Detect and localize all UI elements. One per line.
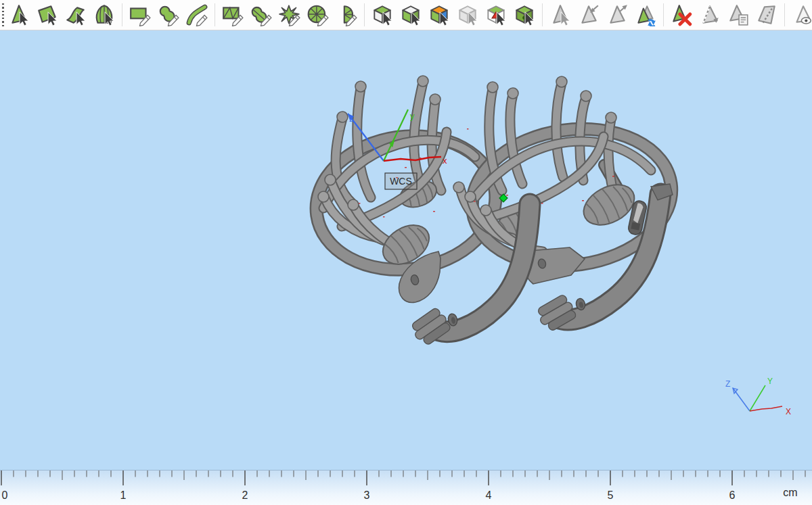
cad-application-window: » <box>0 0 812 505</box>
toolbar-separator <box>122 3 122 26</box>
svg-text:2: 2 <box>242 489 248 501</box>
svg-text:0: 0 <box>2 489 8 501</box>
toolbar-select-face-curved-button[interactable] <box>62 1 89 28</box>
toolbar-select-cube-ghost-button[interactable] <box>454 1 481 28</box>
mesh-triangle-swap-icon <box>634 3 657 26</box>
toolbar-mesh-triangle-extract-button[interactable] <box>604 1 631 28</box>
scale-ruler: 0123456cm <box>0 470 812 505</box>
mesh-select-circle-icon <box>307 3 330 26</box>
toolbar-grip-handle[interactable] <box>2 3 4 26</box>
ruler-canvas: 0123456cm <box>0 471 812 505</box>
toolbar-select-mesh-triangle-button[interactable] <box>547 1 574 28</box>
paint-select-rectangle-icon <box>129 3 152 26</box>
select-face-triangle-icon <box>7 3 30 26</box>
select-cube-solid-icon <box>513 3 536 26</box>
svg-text:6: 6 <box>729 489 736 501</box>
mesh-select-rectangle-icon <box>221 3 244 26</box>
svg-text:WCS: WCS <box>390 176 412 187</box>
paint-select-curve-icon <box>185 3 208 26</box>
toolbar-select-cube-multicolor-button[interactable] <box>426 1 453 28</box>
toolbar-select-face-shell-button[interactable] <box>91 1 118 28</box>
mesh-triangle-visibility-icon <box>791 3 812 26</box>
triad-z-label: Z <box>725 379 730 389</box>
toolbar-mesh-select-rectangle-button[interactable] <box>219 1 246 28</box>
toolbar-mesh-select-freeform-button[interactable] <box>248 1 275 28</box>
mesh-triangle-delete-icon <box>670 3 693 26</box>
select-face-quad-icon <box>36 3 59 26</box>
svg-text:1: 1 <box>120 489 127 501</box>
toolbar-mesh-quad-stitch-button[interactable] <box>753 1 780 28</box>
mesh-triangle-insert-icon <box>577 3 600 26</box>
mesh-select-star-icon <box>278 3 301 26</box>
toolbar-mesh-select-circle-button[interactable] <box>304 1 332 28</box>
toolbar-select-cube-solid-button[interactable] <box>511 1 538 28</box>
mesh-select-freeform-icon <box>250 3 273 26</box>
toolbar-mesh-triangle-swap-button[interactable] <box>632 1 659 28</box>
toolbar-select-cube-body-button[interactable] <box>397 1 424 28</box>
select-cube-body-icon <box>399 3 422 26</box>
mesh-triangle-extract-icon <box>606 3 629 26</box>
wcs-y-label: y <box>410 111 415 121</box>
toolbar-separator <box>784 3 785 26</box>
toolbar-paint-select-freeform-button[interactable] <box>155 1 182 28</box>
triad-y-label: Y <box>767 377 773 386</box>
mesh-triangle-paste-icon <box>727 3 750 26</box>
select-cube-multicolor-icon <box>428 3 451 26</box>
toolbar-paint-select-curve-button[interactable] <box>183 1 210 28</box>
select-cube-top-face-icon <box>371 3 394 26</box>
viewport-3d[interactable]: z y x WCS Z Y X <box>0 30 812 470</box>
toolbar-select-cube-interior-button[interactable] <box>482 1 510 28</box>
toolbar-separator <box>215 3 215 26</box>
toolbar-mesh-select-sector-button[interactable] <box>333 1 360 28</box>
toolbar-mesh-triangle-delete-button[interactable] <box>668 1 695 28</box>
select-mesh-triangle-icon <box>549 3 572 26</box>
wcs-z-label: z <box>349 114 354 124</box>
svg-text:3: 3 <box>364 489 370 501</box>
select-cube-interior-icon <box>484 3 508 26</box>
paint-select-freeform-icon <box>157 3 180 26</box>
orientation-triad: Z Y X <box>725 377 791 416</box>
ruler-unit-label: cm <box>783 487 797 498</box>
toolbar-paint-select-rectangle-button[interactable] <box>127 1 154 28</box>
toolbar-mesh-triangle-paste-button[interactable] <box>725 1 752 28</box>
toolbar-separator <box>364 3 365 26</box>
wcs-label-box[interactable]: WCS <box>385 173 417 189</box>
triad-x-label: X <box>786 407 791 416</box>
svg-text:4: 4 <box>486 489 492 501</box>
toolbar-separator <box>542 3 543 26</box>
selection-toolbar: » <box>0 0 812 30</box>
select-face-shell-icon <box>93 3 116 26</box>
toolbar-items <box>5 1 812 28</box>
svg-text:5: 5 <box>608 489 614 501</box>
toolbar-mesh-triangle-insert-button[interactable] <box>575 1 602 28</box>
toolbar-select-face-triangle-button[interactable] <box>5 1 32 28</box>
toolbar-mesh-triangle-visibility-button[interactable] <box>789 1 812 28</box>
model-canvas: z y x WCS Z Y X <box>0 30 812 470</box>
select-face-curved-icon <box>64 3 87 26</box>
mesh-select-sector-icon <box>335 3 358 26</box>
toolbar-mesh-triangle-boundary-button[interactable] <box>696 1 723 28</box>
toolbar-mesh-select-star-button[interactable] <box>276 1 303 28</box>
mesh-quad-stitch-icon <box>755 3 778 26</box>
toolbar-select-face-quad-button[interactable] <box>34 1 61 28</box>
toolbar-select-cube-top-face-button[interactable] <box>369 1 396 28</box>
select-cube-ghost-icon <box>456 3 479 26</box>
wcs-x-label: x <box>443 155 447 166</box>
toolbar-separator <box>663 3 664 26</box>
mesh-triangle-boundary-icon <box>698 3 721 26</box>
